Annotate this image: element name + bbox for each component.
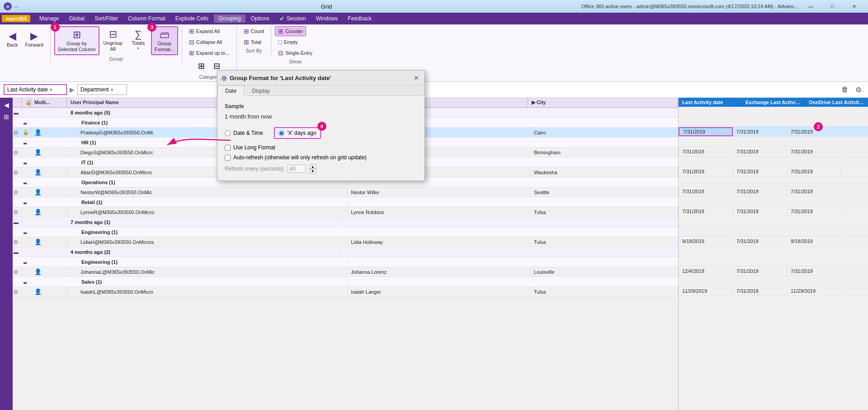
- group-dropdown[interactable]: Last Activity date ▼: [4, 84, 67, 95]
- count-icon: ⊞: [244, 28, 249, 35]
- right-col-last-activity[interactable]: Last Activity date: [679, 98, 742, 107]
- use-long-format-label[interactable]: Use Long Format: [233, 144, 275, 151]
- col-header-multi[interactable]: Multi...: [31, 98, 67, 107]
- subgroup-label-sales: Sales (1): [72, 278, 348, 286]
- nav-windows[interactable]: Windows: [311, 14, 343, 23]
- nav-feedback[interactable]: Feedback: [343, 14, 376, 23]
- group-format-dialog[interactable]: ⊕ Group Format for 'Last Activity date' …: [217, 70, 425, 181]
- right-cell-lynne-activity: 7/31/2019: [679, 208, 733, 215]
- nav-grouping[interactable]: Grouping: [214, 14, 245, 23]
- subgroup-eng-4mo: ▬ Engineering (1): [13, 257, 678, 267]
- nav-arrow-separator: ▶: [70, 86, 75, 93]
- sapio-logo[interactable]: sapio365: [2, 15, 30, 22]
- spinner-down[interactable]: ▼: [309, 169, 316, 173]
- dept-arrow-icon: ▼: [110, 87, 114, 92]
- nav-global[interactable]: Global: [64, 14, 89, 23]
- right-group-7mo: [679, 216, 868, 226]
- table-row-lidia[interactable]: ⊙ 👤 LidiaH@M365x393550.OnMicros Lidia Ho…: [13, 237, 678, 247]
- group-by-selected-btn[interactable]: ⊞ Group bySelected Column: [54, 26, 99, 55]
- cell-johanna-upn: JohannaL@M365x393550.OnMic: [67, 268, 347, 276]
- totals-btn[interactable]: ∑ Totals ▼: [127, 26, 150, 53]
- cell-expand[interactable]: ▬: [13, 109, 22, 116]
- collapse-all-btn[interactable]: ⊟ Collapse All: [186, 37, 225, 47]
- right-cell-lidia-activity: 9/18/2019: [679, 238, 733, 245]
- cell-nestor-name: Nestor Wilke: [347, 189, 530, 196]
- expand-up-to-btn[interactable]: ⊞ Expand up to...: [186, 48, 233, 58]
- dialog-tab-display[interactable]: Display: [244, 86, 277, 96]
- nav-session[interactable]: ✔Session: [275, 14, 311, 23]
- minimize-quick-btn[interactable]: —: [14, 4, 19, 9]
- cat-icon-btn1[interactable]: ⊞: [195, 59, 208, 73]
- group-label-4months: 4 months ago (2): [67, 248, 342, 256]
- spinner-up[interactable]: ▲: [309, 164, 316, 169]
- right-cell-johanna-exchange: 7/31/2019: [733, 267, 787, 275]
- radio-date-time[interactable]: Date & Time: [225, 130, 263, 136]
- cell-isaiah-upn: IsaiahL@M365x393550.OnMicro: [67, 288, 347, 296]
- right-row-lynne: 7/31/2019 7/31/2019 7/31/2019: [679, 206, 868, 216]
- radio-date-time-input[interactable]: [225, 130, 231, 136]
- back-btn[interactable]: ◀ Back: [4, 28, 21, 50]
- maximize-btn[interactable]: □: [822, 0, 843, 13]
- nav-manage[interactable]: Manage: [35, 14, 63, 23]
- right-col-onedrive[interactable]: OneDrive Last Activity...: [805, 98, 868, 107]
- right-cell-allan-activity: 7/31/2019: [679, 168, 733, 175]
- group-row-7months: ▬ 7 months ago (1): [13, 217, 678, 227]
- subgroup-eng-7mo: ▬ Engineering (1): [13, 227, 678, 237]
- count-btn[interactable]: ⊞ Count: [241, 26, 267, 36]
- nav-column-format[interactable]: Column Format: [123, 14, 170, 23]
- col-header-city[interactable]: ▶ City: [528, 98, 678, 107]
- right-col-exchange[interactable]: Exchange Last Activity...: [742, 98, 805, 107]
- radio-x-days[interactable]: 'X' days ago: [274, 127, 321, 139]
- cell-diego-city: Birmingham: [530, 149, 678, 156]
- table-row-nestor[interactable]: ⊙ 👤 NestorW@M365x393550.OnMic Nestor Wil…: [13, 187, 678, 197]
- minimize-btn[interactable]: —: [800, 0, 821, 13]
- auto-refresh-row: Auto-refresh (otherwise will only refres…: [225, 154, 417, 161]
- close-btn[interactable]: ✕: [844, 0, 864, 13]
- radio-x-days-input[interactable]: [278, 130, 284, 136]
- right-cell-allan-exchange: 7/31/2019: [733, 168, 787, 175]
- expand-all-icon: ⊞: [189, 28, 194, 35]
- ungroup-icon: ⊟: [109, 29, 117, 40]
- dialog-title: Group Format for 'Last Activity date': [230, 75, 412, 81]
- sample-label: Sample: [225, 103, 417, 110]
- table-row-johanna[interactable]: ⊙ 👤 JohannaL@M365x393550.OnMic Johanna L…: [13, 267, 678, 277]
- sample-value: 1 month from now: [225, 113, 417, 120]
- cat-icon1: ⊞: [198, 61, 205, 71]
- cell-johanna-city: Louisville: [530, 268, 678, 276]
- counter-btn[interactable]: ⊞ Counter: [275, 26, 306, 36]
- right-cell-pradeep-exchange: 7/31/2019: [733, 128, 787, 135]
- ungroup-all-btn[interactable]: ⊟ UngroupAll: [100, 26, 126, 54]
- dept-dropdown[interactable]: Department ▼: [77, 84, 127, 95]
- forward-btn[interactable]: ▶ Forward: [22, 28, 46, 50]
- right-cell-isaiah-activity: 11/29/2019: [679, 287, 733, 295]
- settings-nav-btn[interactable]: ⚙: [853, 84, 864, 95]
- nav-options[interactable]: Options: [246, 14, 274, 23]
- sidebar-icon-btn[interactable]: ⊞: [1, 111, 12, 122]
- nav-sort-filter[interactable]: Sort/Filter: [90, 14, 123, 23]
- dialog-close-btn[interactable]: ✕: [412, 73, 421, 82]
- sidebar-expand-btn[interactable]: ◀: [1, 100, 12, 110]
- expand-all-btn[interactable]: ⊞ Expand All: [186, 26, 223, 36]
- total-btn[interactable]: ⊞ Total: [241, 37, 264, 47]
- refresh-seconds-input[interactable]: [288, 165, 306, 173]
- delete-nav-btn[interactable]: 🗑: [839, 84, 851, 95]
- empty-btn[interactable]: □ Empty: [275, 37, 301, 47]
- right-row-pradeep: 7/31/2019 7/31/2019 7/31/2019 2: [679, 127, 868, 137]
- group-dropdown-value: Last Activity date: [7, 86, 48, 93]
- group-format-btn[interactable]: 🗃 GroupFormat...: [151, 26, 178, 55]
- right-subgroup-retail: [679, 196, 868, 206]
- nav-explode-cells[interactable]: Explode Cells: [171, 14, 213, 23]
- single-entry-btn[interactable]: ⊟ Single-Entry: [275, 48, 316, 58]
- cell-nestor-city: Seattle: [530, 189, 678, 196]
- right-cell-nestor-exchange: 7/31/2019: [733, 188, 787, 195]
- cell-allan-city: Waukesha: [530, 169, 678, 176]
- auto-refresh-label[interactable]: Auto-refresh (otherwise will only refres…: [233, 154, 367, 161]
- totals-icon: ∑: [135, 29, 142, 40]
- expand-up-icon: ⊞: [189, 49, 194, 57]
- use-long-format-checkbox[interactable]: [225, 145, 231, 151]
- right-row-nestor: 7/31/2019 7/31/2019 7/31/2019: [679, 186, 868, 196]
- dialog-tab-date[interactable]: Date: [217, 86, 244, 96]
- table-row-lynne[interactable]: ⊙ 👤 LynneR@M365x393550.OnMicro Lynne Rob…: [13, 207, 678, 217]
- auto-refresh-checkbox[interactable]: [225, 155, 231, 161]
- table-row-isaiah[interactable]: ⊙ 👤 IsaiahL@M365x393550.OnMicro Isaiah L…: [13, 287, 678, 297]
